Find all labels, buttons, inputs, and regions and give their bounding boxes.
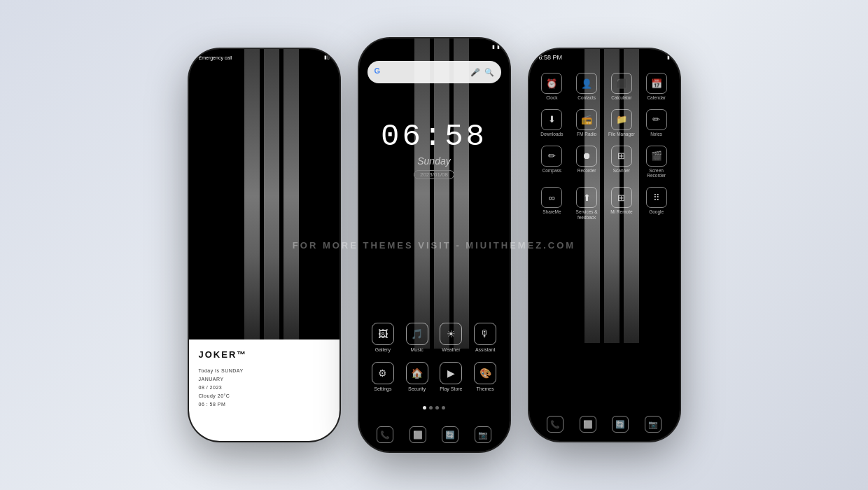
drawer-notes[interactable]: ✏ Notes bbox=[641, 109, 672, 137]
screenrecorder-label: Screen Recorder bbox=[641, 168, 672, 179]
calendar-icon: 📅 bbox=[646, 73, 667, 94]
compass-label: Compass bbox=[542, 168, 561, 174]
dot-1 bbox=[423, 406, 426, 410]
stripe-c1 bbox=[414, 38, 430, 349]
security-icon: 🏠 bbox=[406, 362, 428, 384]
drawer-row-3: ✏ Compass ⏺ Recorder ⊞ Scanner 🎬 Screen … bbox=[529, 141, 680, 183]
security-label: Security bbox=[408, 386, 426, 391]
gallery-icon: 🖼 bbox=[372, 323, 394, 345]
status-icons-center: ▮ ▮ bbox=[492, 44, 500, 50]
notes-label: Notes bbox=[650, 132, 662, 137]
nav-camera-right[interactable]: 📷 bbox=[645, 416, 662, 433]
nav-browser-right[interactable]: ⬜ bbox=[580, 416, 596, 433]
phone-left: Emergency call ▮▯ ☀ JOKER™ Today Is SUND… bbox=[189, 49, 340, 441]
compass-icon: ✏ bbox=[541, 146, 562, 167]
drawer-fmradio[interactable]: 📻 FM Radio bbox=[571, 109, 602, 137]
weather-label: Weather bbox=[442, 347, 460, 352]
drawer-downloads[interactable]: ⬇ Downloads bbox=[536, 109, 567, 137]
status-bar-left: Emergency call ▮▯ bbox=[189, 49, 340, 66]
nav-phone-right[interactable]: 📞 bbox=[547, 416, 564, 433]
nav-recent-right[interactable]: 🔄 bbox=[612, 416, 629, 433]
contacts-label: Contacts bbox=[578, 95, 596, 101]
settings-icon: ⚙ bbox=[372, 362, 394, 384]
weather-icon: ☀ bbox=[440, 323, 462, 345]
stripe-c2 bbox=[434, 38, 449, 349]
drawer-google[interactable]: ⠿ Google bbox=[641, 187, 672, 220]
gallery-label: Gallery bbox=[375, 347, 391, 352]
phone-right: 6:58 PM ▮ ⏰ Clock 👤 Contacts bbox=[529, 49, 680, 441]
drawer-filemanager[interactable]: 📁 File Manager bbox=[606, 109, 637, 137]
clock-time: 06:58 bbox=[359, 119, 510, 154]
music-label: Music bbox=[410, 347, 423, 352]
miremote-icon: ⊞ bbox=[611, 187, 632, 208]
assistant-icon: 🎙 bbox=[474, 323, 496, 345]
phones-container: Emergency call ▮▯ ☀ JOKER™ Today Is SUND… bbox=[189, 0, 680, 490]
playstore-icon: ▶ bbox=[440, 362, 462, 384]
contacts-icon: 👤 bbox=[576, 73, 597, 94]
services-label: Services & feedback bbox=[571, 209, 602, 220]
status-icons-right: ▮ bbox=[667, 55, 670, 60]
drawer-calendar[interactable]: 📅 Calendar bbox=[641, 73, 672, 101]
clock-date: 2023/01/08 bbox=[414, 170, 454, 179]
settings-label: Settings bbox=[374, 386, 391, 391]
stripe-c3 bbox=[454, 38, 469, 349]
playstore-label: Play Store bbox=[440, 386, 462, 391]
lock-time: 06 : 58 PM bbox=[199, 400, 330, 409]
nav-recent-icon[interactable]: 🔄 bbox=[442, 426, 458, 443]
app-music[interactable]: 🎵 Music bbox=[402, 323, 432, 352]
google-icon: ⠿ bbox=[646, 187, 667, 208]
drawer-shareme[interactable]: ∞ ShareMe bbox=[536, 187, 567, 220]
app-playstore[interactable]: ▶ Play Store bbox=[436, 362, 465, 391]
status-bar-right: 6:58 PM ▮ bbox=[529, 49, 680, 66]
status-bar-center: ▮ ▮ bbox=[359, 38, 510, 55]
drawer-miremote[interactable]: ⊞ Mi Remote bbox=[606, 187, 637, 220]
drawer-scanner[interactable]: ⊞ Scanner bbox=[606, 146, 637, 179]
filemanager-label: File Manager bbox=[608, 132, 635, 137]
shareme-icon: ∞ bbox=[541, 187, 562, 208]
drawer-services[interactable]: ⬆ Services & feedback bbox=[571, 187, 602, 220]
app-drawer: ⏰ Clock 👤 Contacts ⬛ Calculator 📅 Calend… bbox=[529, 69, 680, 406]
drawer-row-1: ⏰ Clock 👤 Contacts ⬛ Calculator 📅 Calend… bbox=[529, 69, 680, 105]
google-label: Google bbox=[649, 209, 664, 215]
drawer-compass[interactable]: ✏ Compass bbox=[536, 146, 567, 179]
scanner-icon: ⊞ bbox=[611, 146, 632, 167]
nav-phone-icon[interactable]: 📞 bbox=[377, 426, 393, 443]
drawer-calculator[interactable]: ⬛ Calculator bbox=[606, 73, 637, 101]
drawer-screenrecorder[interactable]: 🎬 Screen Recorder bbox=[641, 146, 672, 179]
search-bar[interactable]: G 🎤 🔍 bbox=[368, 61, 501, 83]
app-weather[interactable]: ☀ Weather bbox=[436, 323, 465, 352]
nav-camera-icon[interactable]: 📷 bbox=[475, 426, 491, 443]
calendar-label: Calendar bbox=[647, 95, 665, 101]
lock-date: 08 / 2023 bbox=[199, 384, 330, 392]
lock-title: JOKER™ bbox=[199, 349, 330, 360]
lock-month: JANUARY bbox=[199, 375, 330, 384]
clock-icon: ⏰ bbox=[541, 73, 562, 94]
lock-info: Today Is SUNDAY JANUARY 08 / 2023 Cloudy… bbox=[199, 367, 330, 408]
drawer-row-2: ⬇ Downloads 📻 FM Radio 📁 File Manager ✏ … bbox=[529, 105, 680, 141]
stripe-1 bbox=[244, 49, 260, 343]
drawer-contacts[interactable]: 👤 Contacts bbox=[571, 73, 602, 101]
drawer-clock[interactable]: ⏰ Clock bbox=[536, 73, 567, 101]
clock-day: Sunday bbox=[359, 155, 510, 167]
bottom-nav-right: 📞 ⬜ 🔄 📷 bbox=[529, 416, 680, 433]
lock-screen-info: JOKER™ Today Is SUNDAY JANUARY 08 / 2023… bbox=[189, 340, 340, 441]
drawer-row-4: ∞ ShareMe ⬆ Services & feedback ⊞ Mi Rem… bbox=[529, 183, 680, 225]
miremote-label: Mi Remote bbox=[610, 209, 632, 215]
drawer-recorder[interactable]: ⏺ Recorder bbox=[571, 146, 602, 179]
wifi-icon: ▮ bbox=[492, 44, 495, 50]
notes-icon: ✏ bbox=[646, 109, 667, 130]
app-themes[interactable]: 🎨 Themes bbox=[470, 362, 500, 391]
recorder-label: Recorder bbox=[578, 168, 596, 174]
scanner-label: Scanner bbox=[613, 168, 630, 174]
home-screen: ▮ ▮ G 🎤 🔍 06:58 Sunday 2023/01/08 bbox=[359, 38, 510, 451]
page-dots bbox=[359, 406, 510, 410]
filemanager-icon: 📁 bbox=[611, 109, 632, 130]
themes-icon: 🎨 bbox=[474, 362, 496, 384]
app-security[interactable]: 🏠 Security bbox=[402, 362, 432, 391]
google-g-icon: G bbox=[374, 66, 386, 78]
nav-browser-icon[interactable]: ⬜ bbox=[410, 426, 426, 443]
app-row-1: 🖼 Gallery 🎵 Music ☀ Weather 🎙 Assistant bbox=[359, 323, 510, 352]
app-assistant[interactable]: 🎙 Assistant bbox=[470, 323, 500, 352]
app-gallery[interactable]: 🖼 Gallery bbox=[368, 323, 398, 352]
app-settings[interactable]: ⚙ Settings bbox=[368, 362, 398, 391]
